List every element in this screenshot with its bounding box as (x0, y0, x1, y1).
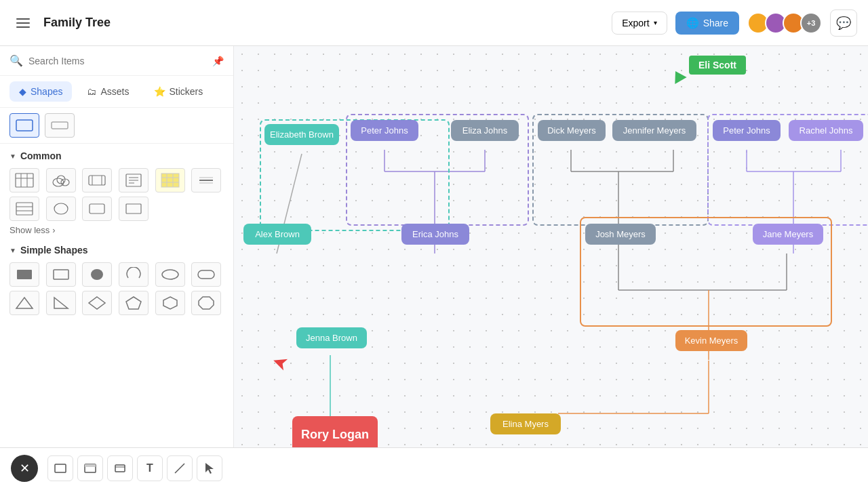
svg-marker-40 (199, 297, 214, 309)
preview-shape-2[interactable] (45, 113, 75, 138)
svg-line-66 (175, 464, 184, 473)
preview-row (0, 108, 233, 144)
search-input[interactable] (28, 56, 207, 66)
tab-assets-label: Assets (100, 86, 129, 97)
svg-point-33 (162, 270, 178, 279)
svg-rect-63 (85, 464, 96, 467)
chat-button[interactable]: 💬 (830, 9, 857, 37)
node-jenna-brown[interactable]: Jenna Brown (296, 327, 367, 348)
node-outline-peter-rachel (707, 114, 868, 226)
text-tool[interactable]: T (137, 455, 163, 481)
shape-cloud[interactable] (46, 168, 76, 192)
node-label: Kevin Meyers (685, 336, 738, 346)
rectangle-tool[interactable] (47, 455, 73, 481)
show-less-button[interactable]: Show less › (9, 225, 224, 235)
svg-rect-34 (198, 270, 214, 279)
chevron-down-icon: ▼ (9, 152, 16, 160)
chat-icon: 💬 (836, 16, 851, 30)
shape-rows[interactable] (9, 197, 39, 221)
shape-stadium[interactable] (191, 262, 221, 287)
preview-shape-1[interactable] (9, 113, 39, 138)
node-label: Rory Logan (301, 428, 369, 442)
avatar-group: +3 (747, 12, 822, 34)
node-label: Alex Brown (255, 229, 300, 239)
node-erica-johns[interactable]: Erica Johns (401, 224, 469, 245)
search-icon: 🔍 (9, 54, 23, 67)
svg-rect-28 (90, 204, 104, 214)
shape-octagon[interactable] (191, 291, 221, 315)
node-elina-myers[interactable]: Elina Myers (490, 413, 561, 434)
shape-arc[interactable] (119, 262, 149, 287)
node-rory-logan[interactable]: Rory Logan (292, 416, 378, 447)
common-shapes-grid (9, 168, 224, 192)
menu-button[interactable] (11, 11, 35, 35)
shape-empty-rect[interactable] (46, 262, 76, 287)
svg-point-32 (91, 269, 103, 280)
export-button[interactable]: Export ▾ (612, 12, 667, 35)
svg-rect-9 (89, 176, 105, 185)
svg-marker-39 (163, 297, 177, 309)
svg-rect-24 (16, 203, 33, 215)
canvas[interactable]: Eli Scott Elizabeth Brown P (234, 46, 868, 447)
node-alex-brown[interactable]: Alex Brown (243, 224, 311, 245)
tab-stickers[interactable]: ⭐ Stickers (144, 81, 213, 102)
svg-marker-37 (89, 297, 105, 309)
svg-rect-0 (16, 120, 33, 131)
tab-shapes[interactable]: ◆ Shapes (9, 81, 72, 102)
container-tool[interactable] (77, 455, 103, 481)
assets-icon: 🗂 (87, 86, 96, 97)
node-outline-meyers (532, 114, 709, 226)
text-icon: T (146, 462, 153, 474)
topbar: Family Tree Export ▾ 🌐 Share +3 💬 (0, 0, 868, 46)
chevron-right-icon: › (52, 225, 55, 235)
shape-hexagon[interactable] (155, 291, 185, 315)
shape-diamond[interactable] (82, 291, 112, 315)
tab-stickers-label: Stickers (170, 86, 203, 97)
svg-rect-1 (52, 122, 68, 129)
pointer-tool[interactable] (197, 455, 222, 481)
node-label: Elina Myers (502, 419, 549, 429)
share-label: Share (703, 18, 728, 28)
chevron-down-icon: ▾ (654, 19, 657, 26)
stickers-icon: ⭐ (154, 86, 165, 97)
globe-icon: 🌐 (686, 17, 699, 29)
common-section-header[interactable]: ▼ Common (9, 150, 224, 161)
export-label: Export (622, 18, 649, 28)
avatar-extra-count: +3 (800, 12, 822, 34)
shape-process[interactable] (82, 168, 112, 192)
shapes-diamond-icon: ◆ (19, 86, 26, 97)
shape-triangle[interactable] (9, 291, 39, 315)
shape-table[interactable] (9, 168, 39, 192)
svg-rect-29 (126, 204, 141, 214)
node-kevin-meyers[interactable]: Kevin Meyers (675, 330, 747, 351)
shape-circle[interactable] (46, 197, 76, 221)
shape-divider[interactable] (191, 168, 221, 192)
show-less-label: Show less (9, 225, 50, 235)
close-button[interactable]: ✕ (11, 455, 38, 482)
shape-rect[interactable] (82, 197, 112, 221)
tab-bar: ◆ Shapes 🗂 Assets ⭐ Stickers (0, 76, 233, 108)
common-shapes-grid-2 (9, 197, 224, 221)
tab-assets[interactable]: 🗂 Assets (77, 81, 138, 102)
chevron-down-icon: ▼ (9, 247, 16, 254)
shape-grid[interactable] (155, 168, 185, 192)
simple-shapes-section-header[interactable]: ▼ Simple Shapes (9, 245, 224, 256)
share-button[interactable]: 🌐 Share (675, 12, 739, 35)
shape-ellipse[interactable] (155, 262, 185, 287)
shape-right-triangle[interactable] (46, 291, 76, 315)
cursor-tooltip: Eli Scott (689, 56, 746, 75)
common-section-label: Common (20, 150, 62, 161)
svg-rect-2 (16, 174, 33, 187)
tab-shapes-label: Shapes (31, 86, 62, 97)
node-outline-josh-jane (580, 217, 832, 327)
shape-rect-outline[interactable] (119, 197, 149, 221)
frame-tool[interactable] (107, 455, 133, 481)
node-label: Jenna Brown (306, 333, 357, 343)
svg-rect-16 (161, 174, 179, 187)
pin-icon[interactable]: 📌 (212, 56, 224, 66)
shape-filled-rect[interactable] (9, 262, 39, 287)
line-tool[interactable] (167, 455, 193, 481)
shape-pentagon[interactable] (119, 291, 149, 315)
shape-note[interactable] (119, 168, 149, 192)
shape-filled-circle[interactable] (82, 262, 112, 287)
